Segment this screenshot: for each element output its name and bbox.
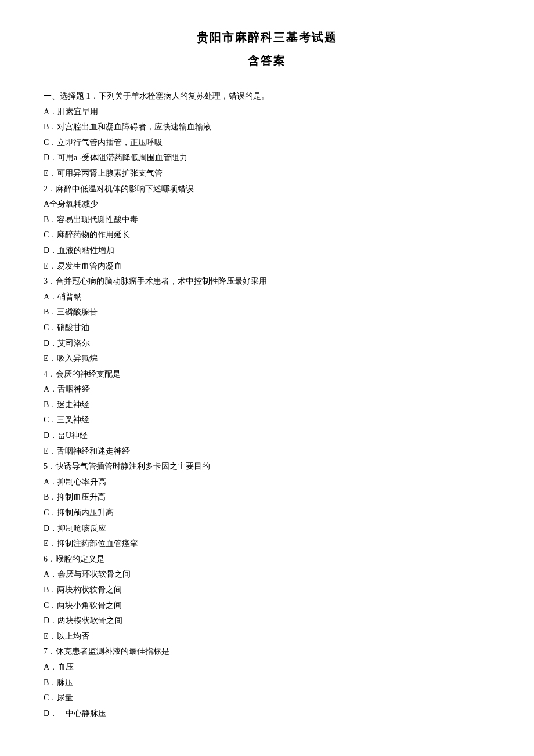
section-header: 一、选择题 1．下列关于羊水栓塞病人的复苏处理，错误的是。 <box>44 89 490 104</box>
question-stem: 7．休克患者监测补液的最佳指标是 <box>44 644 490 660</box>
question-stem: 5．快诱导气管插管时静注利多卡因之主要目的 <box>44 459 490 475</box>
question-option: A．血压 <box>44 660 490 675</box>
question-option: B．迷走神经 <box>44 397 490 413</box>
question-option: D．畐U神经 <box>44 428 490 444</box>
question-option: E．抑制注药部位血管痉挛 <box>44 536 490 552</box>
question-option: C．麻醉药物的作用延长 <box>44 227 490 243</box>
question-option: B．脉压 <box>44 675 490 691</box>
question-option: B．两块杓状软骨之间 <box>44 583 490 598</box>
question-option: A全身氧耗减少 <box>44 197 490 212</box>
question-option: E．以上均否 <box>44 629 490 645</box>
question-option: D．血液的粘性增加 <box>44 243 490 259</box>
question-option: A．硝普钠 <box>44 290 490 305</box>
question-option: E．吸入异氟烷 <box>44 351 490 367</box>
page-title: 贵阳市麻醉科三基考试题 <box>44 26 490 48</box>
question-option: B．对宫腔出血和凝血障碍者，应快速输血输液 <box>44 120 490 135</box>
question-option: C．尿量 <box>44 690 490 706</box>
question-option: C．两块小角软骨之间 <box>44 598 490 614</box>
question-option: C．立即行气管内插管，正压呼吸 <box>44 135 490 151</box>
question-option: D．可用a -受体阻滞药降低周围血管阻力 <box>44 150 490 166</box>
question-stem: 2．麻醉中低温对机体的影响下述哪项错误 <box>44 182 490 197</box>
question-option: A．肝素宜早用 <box>44 104 490 120</box>
question-option: A．抑制心率升高 <box>44 475 490 490</box>
question-option: E．舌咽神经和迷走神经 <box>44 444 490 460</box>
question-option: C．硝酸甘油 <box>44 320 490 336</box>
question-option: C．抑制颅内压升高 <box>44 505 490 521</box>
question-option: A．舌咽神经 <box>44 382 490 397</box>
question-option: D．抑制呛咳反应 <box>44 521 490 537</box>
question-option: B．抑制血压升高 <box>44 490 490 505</box>
question-option: C．三叉神经 <box>44 413 490 428</box>
question-stem: 3．合并冠心病的脑动脉瘤手术患者，术中控制性降压最好采用 <box>44 274 490 290</box>
question-option: D．艾司洛尔 <box>44 336 490 352</box>
page-subtitle: 含答案 <box>44 49 490 71</box>
question-option: E．易发生血管内凝血 <box>44 259 490 274</box>
question-option: B．三磷酸腺苷 <box>44 305 490 320</box>
question-option: B．容易出现代谢性酸中毒 <box>44 212 490 228</box>
document-content: 一、选择题 1．下列关于羊水栓塞病人的复苏处理，错误的是。A．肝素宜早用B．对宫… <box>44 89 490 721</box>
question-option: A．会厌与环状软骨之间 <box>44 567 490 583</box>
question-option: E．可用异丙肾上腺素扩张支气管 <box>44 166 490 182</box>
question-stem: 6．喉腔的定义是 <box>44 552 490 567</box>
question-option: D．两块楔状软骨之间 <box>44 613 490 629</box>
question-option: D． 中心静脉压 <box>44 706 490 722</box>
question-stem: 4．会厌的神经支配是 <box>44 367 490 382</box>
